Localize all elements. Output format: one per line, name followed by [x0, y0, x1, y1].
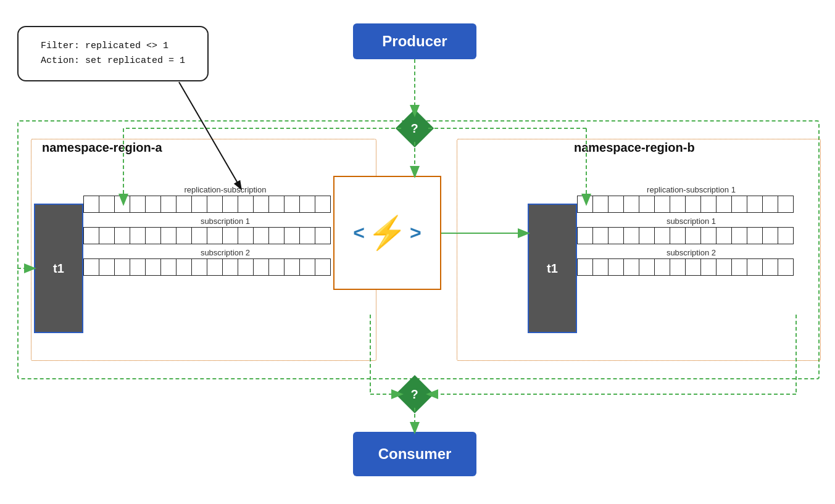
queue-cell — [207, 196, 223, 213]
queue-cell — [731, 196, 747, 213]
topic-b-label: t1 — [547, 262, 558, 276]
queue-cell — [577, 227, 593, 244]
queue-cell — [747, 196, 763, 213]
queue-cell — [145, 227, 161, 244]
queue-cell — [315, 227, 331, 244]
lightning-icon: ⚡ — [367, 214, 407, 252]
queue-cell — [130, 258, 146, 276]
queue-cell — [685, 227, 701, 244]
queue-cell — [114, 258, 130, 276]
queue-cell — [762, 196, 778, 213]
queue-cell — [207, 258, 223, 276]
sub-b-2-row — [577, 258, 805, 276]
queue-cell — [700, 258, 717, 276]
consumer-box: Consumer — [353, 432, 476, 476]
queue-cell — [222, 227, 238, 244]
sub-a-1-label: subscription 1 — [83, 217, 367, 226]
queue-cell — [577, 258, 593, 276]
queue-cell — [592, 227, 609, 244]
diamond-top-label: ? — [411, 122, 418, 136]
queue-cell — [160, 227, 177, 244]
queue-cell — [315, 258, 331, 276]
queue-cell — [623, 227, 639, 244]
queue-cell — [176, 196, 192, 213]
topic-block-a: t1 — [34, 204, 83, 333]
queue-cell — [99, 258, 115, 276]
sub-b-2: subscription 2 — [577, 248, 805, 276]
queue-cell — [268, 196, 285, 213]
sub-a-1-row — [83, 227, 367, 244]
queue-cell — [83, 258, 99, 276]
arrow-left-icon: < — [353, 221, 365, 244]
queue-cell — [191, 227, 207, 244]
queue-cell — [700, 227, 717, 244]
queue-cell — [778, 227, 794, 244]
queue-cell — [716, 196, 732, 213]
queue-cell — [145, 258, 161, 276]
sub-b-1-label: subscription 1 — [577, 217, 805, 226]
diagram-container: Filter: replicated <> 1 Action: set repl… — [0, 0, 835, 504]
region-b-label: namespace-region-b — [574, 141, 695, 155]
producer-label: Producer — [382, 33, 447, 50]
sub-b-2-label: subscription 2 — [577, 248, 805, 257]
queue-cell — [222, 258, 238, 276]
queue-cell — [207, 227, 223, 244]
queue-cell — [99, 227, 115, 244]
queue-cell — [191, 258, 207, 276]
queue-cell — [284, 258, 300, 276]
subscriptions-b: replication-subscription 1 subscription … — [577, 185, 805, 277]
sub-b-1-row — [577, 227, 805, 244]
queue-cell — [670, 227, 686, 244]
arrow-right-icon: > — [410, 221, 422, 244]
subscriptions-a: replication-subscription subscription 1 … — [83, 185, 367, 277]
sub-a-replication-row — [83, 196, 367, 213]
queue-cell — [747, 258, 763, 276]
queue-cell — [145, 196, 161, 213]
queue-cell — [654, 227, 670, 244]
queue-cell — [114, 196, 130, 213]
queue-cell — [160, 196, 177, 213]
queue-cell — [268, 258, 285, 276]
queue-cell — [284, 196, 300, 213]
queue-cell — [762, 227, 778, 244]
queue-cell — [685, 258, 701, 276]
queue-cell — [654, 258, 670, 276]
sub-a-2-label: subscription 2 — [83, 248, 367, 257]
queue-cell — [222, 196, 238, 213]
queue-cell — [238, 227, 254, 244]
queue-cell — [83, 227, 99, 244]
queue-cell — [268, 227, 285, 244]
queue-cell — [639, 227, 655, 244]
sub-b-replication-label: replication-subscription 1 — [577, 185, 805, 194]
filter-tooltip: Filter: replicated <> 1 Action: set repl… — [17, 26, 209, 81]
queue-cell — [299, 196, 315, 213]
queue-cell — [747, 227, 763, 244]
sub-b-replication-row — [577, 196, 805, 213]
queue-cell — [299, 227, 315, 244]
queue-cell — [639, 196, 655, 213]
queue-cell — [608, 258, 624, 276]
diamond-bottom: ? — [396, 375, 434, 413]
queue-cell — [99, 196, 115, 213]
queue-cell — [670, 258, 686, 276]
queue-cell — [670, 196, 686, 213]
queue-cell — [299, 258, 315, 276]
consumer-label: Consumer — [378, 445, 452, 463]
queue-cell — [623, 196, 639, 213]
queue-cell — [716, 227, 732, 244]
sub-b-replication: replication-subscription 1 — [577, 185, 805, 213]
queue-cell — [238, 258, 254, 276]
queue-cell — [130, 227, 146, 244]
queue-cell — [592, 196, 609, 213]
queue-cell — [238, 196, 254, 213]
queue-cell — [731, 258, 747, 276]
processor-inner: < ⚡ > — [353, 214, 421, 252]
queue-cell — [592, 258, 609, 276]
sub-b-1: subscription 1 — [577, 217, 805, 244]
sub-a-2: subscription 2 — [83, 248, 367, 276]
queue-cell — [685, 196, 701, 213]
queue-cell — [700, 196, 717, 213]
sub-a-replication: replication-subscription — [83, 185, 367, 213]
queue-cell — [762, 258, 778, 276]
queue-cell — [253, 196, 269, 213]
